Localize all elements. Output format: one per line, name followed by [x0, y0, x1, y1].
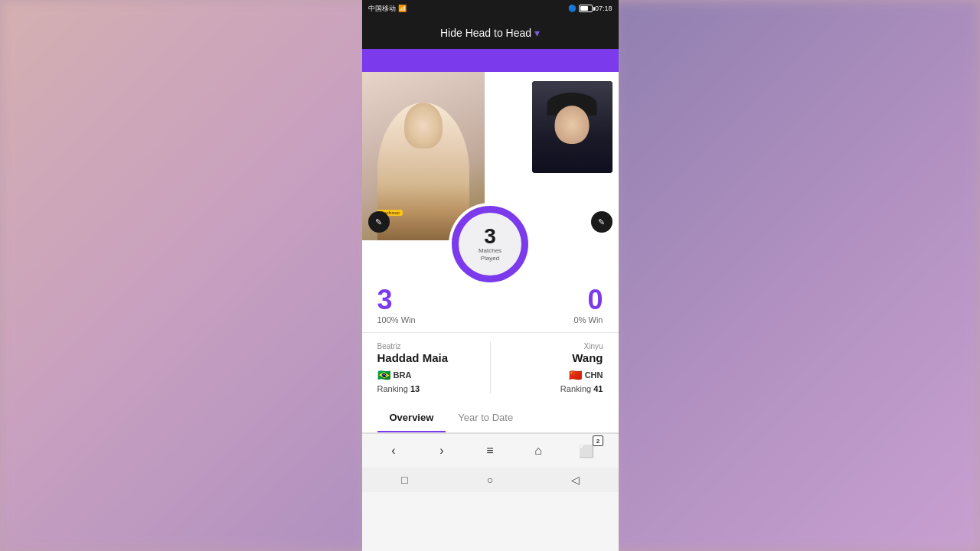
square-button[interactable]: □	[394, 469, 415, 491]
matches-number: 3	[484, 226, 496, 247]
signal-icon: 📶	[398, 5, 407, 12]
tabs-icon: ⬜	[579, 444, 594, 458]
forward-button[interactable]: ›	[428, 437, 456, 465]
player1-ranking-row: Ranking 13	[377, 384, 482, 393]
header-arrow-icon: ▾	[534, 27, 540, 39]
purple-banner	[362, 49, 619, 72]
status-bar: 中国移动 📶 🔵 07:18	[362, 0, 619, 17]
player1-score-block: 3 100% Win	[377, 286, 416, 324]
edit-player1-button[interactable]: ✎	[368, 211, 390, 233]
player2-win-pct: 0% Win	[574, 315, 603, 324]
player2-wins: 0	[587, 286, 603, 314]
matches-label: MatchesPlayed	[479, 247, 501, 262]
time-display: 07:18	[595, 5, 612, 12]
home-icon: ⌂	[534, 444, 542, 458]
triangle-button[interactable]: ◁	[565, 469, 586, 491]
player1-info: Beatriz Haddad Maia 🇧🇷 BRA Ranking 13	[377, 342, 491, 393]
player2-info: Xinyu Wang 🇨🇳 CHN Ranking 41	[491, 342, 603, 393]
player2-score-block: 0 0% Win	[574, 286, 603, 324]
circle-inner: 3 MatchesPlayed	[459, 213, 521, 276]
square-icon: □	[401, 474, 407, 486]
player2-flag: 🇨🇳	[569, 369, 582, 381]
circle-icon: ○	[487, 474, 493, 486]
tabs-button[interactable]: ⬜ 2	[573, 437, 600, 465]
circle-outer: 3 MatchesPlayed	[452, 206, 528, 282]
carrier-text: 中国移动	[368, 4, 396, 14]
player1-country-row: 🇧🇷 BRA	[377, 369, 482, 381]
matches-played-circle: 3 MatchesPlayed	[452, 206, 528, 282]
player1-ranking-label: Ranking	[377, 384, 408, 393]
circle-button[interactable]: ○	[479, 469, 501, 491]
menu-button[interactable]: ≡	[476, 437, 504, 465]
main-content: Gachouc ✎ ✎ 3 MatchesPlayed	[362, 72, 619, 433]
bottom-nav-top: ‹ › ≡ ⌂ ⬜ 2	[362, 434, 619, 468]
player2-photo-bg	[532, 81, 612, 173]
status-right: 🔵 07:18	[568, 5, 612, 12]
players-info-section: Beatriz Haddad Maia 🇧🇷 BRA Ranking 13 Xi…	[362, 332, 619, 403]
player2-photo	[532, 81, 612, 173]
player2-country-row: 🇨🇳 CHN	[498, 369, 603, 381]
forward-icon: ›	[439, 444, 443, 458]
tab-year-to-date[interactable]: Year to Date	[446, 403, 525, 432]
tabs-section: Overview Year to Date	[362, 403, 619, 433]
player2-country-code: CHN	[585, 370, 603, 380]
header-bar[interactable]: Hide Head to Head ▾	[362, 17, 619, 49]
player1-last-name: Haddad Maia	[377, 351, 482, 364]
player1-wins: 3	[377, 286, 393, 314]
player1-flag: 🇧🇷	[377, 369, 390, 381]
player2-ranking-row: Ranking 41	[498, 384, 603, 393]
home-button[interactable]: ⌂	[524, 437, 552, 465]
player1-first-name: Beatriz	[377, 342, 482, 350]
edit-player2-button[interactable]: ✎	[591, 211, 612, 233]
tab-overview[interactable]: Overview	[377, 403, 446, 432]
players-section: Gachouc ✎ ✎ 3 MatchesPlayed	[362, 72, 619, 240]
back-icon: ‹	[391, 444, 395, 458]
triangle-icon: ◁	[571, 474, 580, 486]
player1-ranking: 13	[410, 384, 420, 393]
player2-ranking-label: Ranking	[560, 384, 591, 393]
status-left: 中国移动 📶	[368, 4, 407, 14]
player2-last-name: Wang	[498, 351, 603, 364]
edit-icon-right: ✎	[598, 217, 605, 227]
player2-first-name: Xinyu	[498, 342, 603, 350]
player1-country-code: BRA	[394, 370, 412, 380]
player1-win-pct: 100% Win	[377, 315, 416, 324]
player2-ranking: 41	[593, 384, 603, 393]
bottom-nav: ‹ › ≡ ⌂ ⬜ 2 □ ○ ◁	[362, 433, 619, 492]
bluetooth-icon: 🔵	[568, 5, 577, 12]
bottom-nav-bottom: □ ○ ◁	[362, 468, 619, 492]
back-button[interactable]: ‹	[380, 437, 407, 465]
header-title: Hide Head to Head	[440, 27, 531, 39]
menu-icon: ≡	[486, 444, 493, 458]
edit-icon-left: ✎	[375, 217, 382, 227]
battery-icon	[579, 5, 593, 12]
phone-frame: 中国移动 📶 🔵 07:18 Hide Head to Head ▾ Gacho…	[362, 0, 619, 551]
tabs-badge: 2	[593, 435, 603, 446]
